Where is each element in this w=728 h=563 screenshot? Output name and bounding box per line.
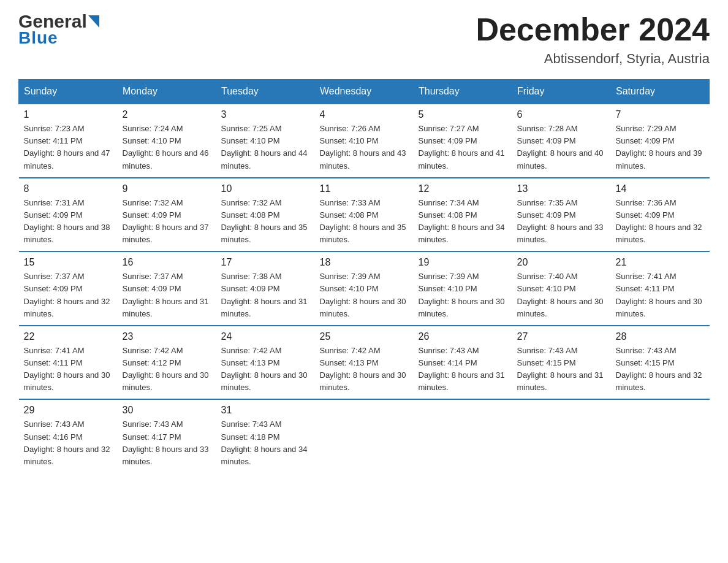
weekday-header-sunday: Sunday [19, 80, 118, 104]
day-info: Sunrise: 7:43 AMSunset: 4:18 PMDaylight:… [221, 418, 310, 468]
day-cell-16: 16 Sunrise: 7:37 AMSunset: 4:09 PMDaylig… [118, 251, 216, 326]
day-info: Sunrise: 7:43 AMSunset: 4:16 PMDaylight:… [24, 418, 113, 468]
day-cell-25: 25 Sunrise: 7:42 AMSunset: 4:13 PMDaylig… [315, 326, 414, 400]
day-number: 7 [616, 109, 705, 120]
day-info: Sunrise: 7:36 AMSunset: 4:09 PMDaylight:… [616, 197, 705, 247]
week-row-1: 1 Sunrise: 7:23 AMSunset: 4:11 PMDayligh… [19, 104, 710, 178]
day-info: Sunrise: 7:39 AMSunset: 4:10 PMDaylight:… [419, 270, 507, 320]
day-cell-8: 8 Sunrise: 7:31 AMSunset: 4:09 PMDayligh… [19, 178, 118, 252]
day-cell-17: 17 Sunrise: 7:38 AMSunset: 4:09 PMDaylig… [216, 251, 315, 326]
day-info: Sunrise: 7:42 AMSunset: 4:13 PMDaylight:… [221, 345, 310, 394]
day-number: 30 [123, 405, 211, 416]
weekday-header-saturday: Saturday [611, 80, 710, 104]
day-cell-15: 15 Sunrise: 7:37 AMSunset: 4:09 PMDaylig… [19, 251, 118, 326]
empty-cell [611, 399, 710, 473]
weekday-header-row: SundayMondayTuesdayWednesdayThursdayFrid… [19, 80, 710, 104]
day-info: Sunrise: 7:37 AMSunset: 4:09 PMDaylight:… [123, 270, 211, 320]
week-row-2: 8 Sunrise: 7:31 AMSunset: 4:09 PMDayligh… [19, 178, 710, 252]
day-info: Sunrise: 7:28 AMSunset: 4:09 PMDaylight:… [517, 123, 606, 172]
logo: General Blue [18, 12, 99, 48]
weekday-header-tuesday: Tuesday [216, 80, 315, 104]
day-cell-10: 10 Sunrise: 7:32 AMSunset: 4:08 PMDaylig… [216, 178, 315, 252]
week-row-4: 22 Sunrise: 7:41 AMSunset: 4:11 PMDaylig… [19, 326, 710, 400]
day-cell-21: 21 Sunrise: 7:41 AMSunset: 4:11 PMDaylig… [611, 251, 710, 326]
day-info: Sunrise: 7:29 AMSunset: 4:09 PMDaylight:… [616, 123, 705, 172]
day-cell-18: 18 Sunrise: 7:39 AMSunset: 4:10 PMDaylig… [315, 251, 414, 326]
day-info: Sunrise: 7:37 AMSunset: 4:09 PMDaylight:… [24, 270, 113, 320]
day-cell-22: 22 Sunrise: 7:41 AMSunset: 4:11 PMDaylig… [19, 326, 118, 400]
title-area: December 2024 Abtissendorf, Styria, Aust… [476, 12, 710, 67]
day-info: Sunrise: 7:39 AMSunset: 4:10 PMDaylight:… [320, 270, 409, 320]
day-number: 22 [24, 331, 113, 342]
empty-cell [315, 399, 414, 473]
day-info: Sunrise: 7:40 AMSunset: 4:10 PMDaylight:… [517, 270, 606, 320]
day-info: Sunrise: 7:33 AMSunset: 4:08 PMDaylight:… [320, 197, 409, 247]
weekday-header-friday: Friday [512, 80, 611, 104]
day-cell-26: 26 Sunrise: 7:43 AMSunset: 4:14 PMDaylig… [414, 326, 512, 400]
header: General Blue December 2024 Abtissendorf,… [18, 12, 710, 67]
logo-triangle-icon [88, 15, 99, 28]
day-info: Sunrise: 7:34 AMSunset: 4:08 PMDaylight:… [419, 197, 507, 247]
day-number: 10 [221, 183, 310, 194]
day-info: Sunrise: 7:26 AMSunset: 4:10 PMDaylight:… [320, 123, 409, 172]
day-info: Sunrise: 7:23 AMSunset: 4:11 PMDaylight:… [24, 123, 113, 172]
day-cell-13: 13 Sunrise: 7:35 AMSunset: 4:09 PMDaylig… [512, 178, 611, 252]
day-cell-6: 6 Sunrise: 7:28 AMSunset: 4:09 PMDayligh… [512, 104, 611, 178]
day-number: 1 [24, 109, 113, 120]
day-cell-5: 5 Sunrise: 7:27 AMSunset: 4:09 PMDayligh… [414, 104, 512, 178]
day-cell-12: 12 Sunrise: 7:34 AMSunset: 4:08 PMDaylig… [414, 178, 512, 252]
day-number: 19 [419, 257, 507, 268]
calendar-table: SundayMondayTuesdayWednesdayThursdayFrid… [18, 79, 710, 473]
day-cell-24: 24 Sunrise: 7:42 AMSunset: 4:13 PMDaylig… [216, 326, 315, 400]
day-number: 6 [517, 109, 606, 120]
day-number: 25 [320, 331, 409, 342]
day-number: 3 [221, 109, 310, 120]
day-number: 2 [123, 109, 211, 120]
day-number: 11 [320, 183, 409, 194]
day-number: 17 [221, 257, 310, 268]
day-info: Sunrise: 7:27 AMSunset: 4:09 PMDaylight:… [419, 123, 507, 172]
day-number: 15 [24, 257, 113, 268]
day-cell-28: 28 Sunrise: 7:43 AMSunset: 4:15 PMDaylig… [611, 326, 710, 400]
day-info: Sunrise: 7:42 AMSunset: 4:13 PMDaylight:… [320, 345, 409, 394]
month-title: December 2024 [476, 12, 710, 47]
day-number: 28 [616, 331, 705, 342]
day-cell-23: 23 Sunrise: 7:42 AMSunset: 4:12 PMDaylig… [118, 326, 216, 400]
day-number: 26 [419, 331, 507, 342]
day-info: Sunrise: 7:43 AMSunset: 4:15 PMDaylight:… [616, 345, 705, 394]
day-number: 18 [320, 257, 409, 268]
day-cell-20: 20 Sunrise: 7:40 AMSunset: 4:10 PMDaylig… [512, 251, 611, 326]
day-number: 14 [616, 183, 705, 194]
day-number: 13 [517, 183, 606, 194]
day-info: Sunrise: 7:32 AMSunset: 4:08 PMDaylight:… [221, 197, 310, 247]
day-number: 20 [517, 257, 606, 268]
day-number: 29 [24, 405, 113, 416]
day-number: 24 [221, 331, 310, 342]
day-info: Sunrise: 7:41 AMSunset: 4:11 PMDaylight:… [24, 345, 113, 394]
day-info: Sunrise: 7:31 AMSunset: 4:09 PMDaylight:… [24, 197, 113, 247]
day-cell-27: 27 Sunrise: 7:43 AMSunset: 4:15 PMDaylig… [512, 326, 611, 400]
day-number: 5 [419, 109, 507, 120]
day-info: Sunrise: 7:42 AMSunset: 4:12 PMDaylight:… [123, 345, 211, 394]
day-cell-3: 3 Sunrise: 7:25 AMSunset: 4:10 PMDayligh… [216, 104, 315, 178]
weekday-header-thursday: Thursday [414, 80, 512, 104]
svg-marker-0 [88, 15, 99, 28]
empty-cell [512, 399, 611, 473]
day-number: 21 [616, 257, 705, 268]
day-cell-1: 1 Sunrise: 7:23 AMSunset: 4:11 PMDayligh… [19, 104, 118, 178]
day-cell-29: 29 Sunrise: 7:43 AMSunset: 4:16 PMDaylig… [19, 399, 118, 473]
day-number: 31 [221, 405, 310, 416]
day-info: Sunrise: 7:41 AMSunset: 4:11 PMDaylight:… [616, 270, 705, 320]
day-info: Sunrise: 7:24 AMSunset: 4:10 PMDaylight:… [123, 123, 211, 172]
day-number: 12 [419, 183, 507, 194]
day-info: Sunrise: 7:35 AMSunset: 4:09 PMDaylight:… [517, 197, 606, 247]
day-info: Sunrise: 7:43 AMSunset: 4:15 PMDaylight:… [517, 345, 606, 394]
weekday-header-wednesday: Wednesday [315, 80, 414, 104]
day-number: 16 [123, 257, 211, 268]
week-row-5: 29 Sunrise: 7:43 AMSunset: 4:16 PMDaylig… [19, 399, 710, 473]
day-cell-30: 30 Sunrise: 7:43 AMSunset: 4:17 PMDaylig… [118, 399, 216, 473]
day-cell-19: 19 Sunrise: 7:39 AMSunset: 4:10 PMDaylig… [414, 251, 512, 326]
location-title: Abtissendorf, Styria, Austria [476, 51, 710, 67]
day-cell-7: 7 Sunrise: 7:29 AMSunset: 4:09 PMDayligh… [611, 104, 710, 178]
day-info: Sunrise: 7:32 AMSunset: 4:09 PMDaylight:… [123, 197, 211, 247]
